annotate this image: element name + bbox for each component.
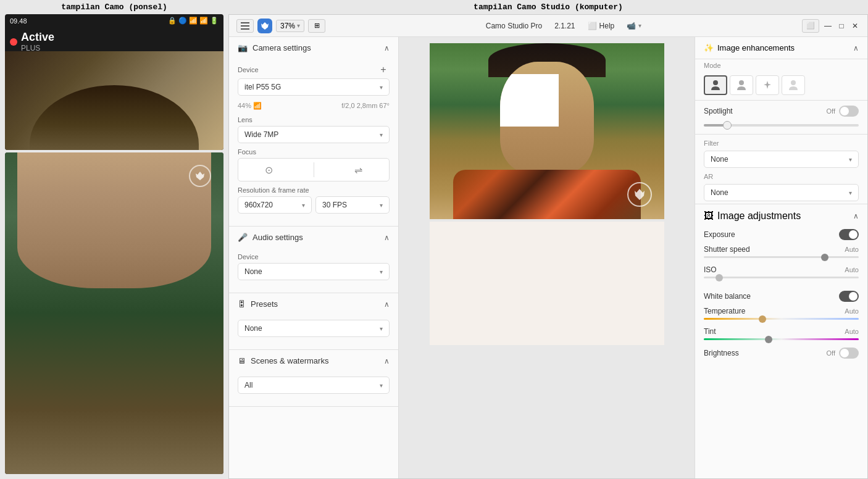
camera-placeholder — [430, 222, 664, 345]
shutter-speed-label: Shutter speed — [704, 245, 750, 254]
enhancements-label: Image enhancements — [717, 43, 795, 52]
scenes-header[interactable]: 🖥 Scenes & watermarks ∧ — [229, 350, 398, 372]
resolution-dropdown[interactable]: 960x720 ▾ — [238, 196, 312, 214]
presets-section: 🎛 Presets ∧ None ▾ — [229, 293, 398, 350]
audio-settings-header-left: 🎤 Audio settings — [238, 233, 303, 242]
mode-other-btn[interactable] — [782, 75, 805, 95]
svg-point-4 — [739, 80, 744, 85]
temperature-slider-thumb[interactable] — [759, 315, 766, 323]
fps-chevron: ▾ — [380, 202, 383, 209]
audio-icon: 🎤 — [238, 233, 248, 242]
phone-bottom-content — [5, 152, 223, 474]
right-panel: ✨ Image enhancements ∧ Mode — [695, 37, 867, 478]
device-name: itel P55 5G — [244, 83, 281, 91]
iso-label: ISO — [704, 265, 717, 274]
audio-device-dropdown[interactable]: None ▾ — [238, 263, 390, 280]
help-menu[interactable]: ⬜ Help — [588, 22, 615, 30]
enhancements-header[interactable]: ✨ Image enhancements ∧ — [695, 37, 867, 59]
mode-portrait-btn[interactable] — [704, 75, 727, 95]
minimize-btn[interactable]: — — [823, 21, 833, 31]
add-device-btn[interactable]: + — [377, 64, 390, 76]
camo-app-icon — [257, 19, 272, 33]
brightness-toggle[interactable] — [839, 348, 859, 359]
audio-settings-chevron: ∧ — [384, 233, 390, 242]
brightness-row: Brightness Off — [695, 344, 867, 360]
white-balance-label: White balance — [704, 292, 751, 301]
exposure-toggle[interactable] — [839, 229, 859, 240]
active-text: Active — [21, 31, 54, 44]
svg-rect-2 — [241, 28, 249, 30]
temperature-slider-row — [695, 317, 867, 323]
device-label-text: Device — [238, 66, 259, 73]
device-camera-spec: f/2,0 2,8mm 67° — [341, 102, 390, 110]
app-version: 2.1.21 — [554, 22, 575, 30]
presets-content: None ▾ — [229, 315, 398, 349]
audio-settings-label: Audio settings — [252, 233, 303, 242]
presets-dropdown[interactable]: None ▾ — [238, 320, 390, 337]
adjustments-label: Image adjustments — [717, 210, 801, 222]
ar-dropdown[interactable]: None ▾ — [704, 184, 859, 201]
shutter-slider-track — [704, 256, 859, 258]
shutter-slider-thumb[interactable] — [821, 254, 828, 261]
help-label: Help — [599, 22, 615, 30]
spotlight-control: Off — [827, 106, 859, 117]
phone-time: 09.48 — [10, 17, 27, 25]
shutter-speed-row: Shutter speed Auto — [695, 241, 867, 255]
sidebar-right-btn[interactable]: ⬜ — [802, 19, 819, 33]
camera-settings-content: Device + itel P55 5G ▾ 44% 📶 f/2,0 2,8mm… — [229, 59, 398, 226]
brightness-control: Off — [827, 348, 859, 359]
title-bar-left: 37% ▾ ⊞ — [236, 19, 325, 33]
ar-chevron: ▾ — [849, 190, 852, 196]
camera-view — [399, 37, 695, 478]
fps-dropdown[interactable]: 30 FPS ▾ — [315, 196, 390, 214]
phone-status-bar: 09.48 🔒 🔵 📶 📶 🔋 — [5, 14, 223, 27]
focus-manual-btn[interactable]: ⇌ — [349, 162, 368, 177]
zoom-chevron: ▾ — [297, 22, 300, 29]
spotlight-slider-thumb[interactable] — [723, 121, 732, 130]
svg-point-3 — [713, 80, 718, 85]
camo-logo-phone — [189, 165, 211, 187]
spotlight-toggle[interactable] — [839, 106, 859, 117]
device-dropdown[interactable]: itel P55 5G ▾ — [238, 78, 390, 96]
video-menu[interactable]: 📹 ▾ — [627, 22, 641, 30]
maximize-btn[interactable]: □ — [837, 21, 846, 31]
tint-slider-thumb[interactable] — [765, 336, 772, 343]
close-btn[interactable]: ✕ — [850, 21, 860, 31]
face-bottom-area — [17, 152, 211, 288]
mode-portrait2-btn[interactable] — [730, 75, 753, 95]
iso-slider-thumb[interactable] — [716, 274, 723, 281]
temperature-label: Temperature — [704, 307, 745, 315]
adjustments-header-left: 🖼 Image adjustments — [704, 210, 801, 222]
tint-label: Tint — [704, 327, 716, 336]
layout-btn[interactable]: ⊞ — [308, 19, 325, 33]
scenes-dropdown[interactable]: All ▾ — [238, 377, 390, 394]
device-info: 44% 📶 f/2,0 2,8mm 67° — [238, 101, 390, 111]
adjustments-header[interactable]: 🖼 Image adjustments ∧ — [695, 204, 867, 225]
face-top-area — [30, 85, 199, 150]
lens-dropdown[interactable]: Wide 7MP ▾ — [238, 126, 390, 143]
title-bar-right: ⬜ — □ ✕ — [802, 19, 860, 33]
audio-device-label-text: Device — [238, 253, 259, 260]
tint-slider-row — [695, 337, 867, 344]
camera-settings-section: 📷 Camera settings ∧ Device + itel P55 5G… — [229, 37, 398, 227]
filter-dropdown[interactable]: None ▾ — [704, 151, 859, 168]
resolution-value: 960x720 — [244, 201, 273, 209]
presets-header[interactable]: 🎛 Presets ∧ — [229, 293, 398, 315]
exposure-row: Exposure — [695, 225, 867, 241]
spotlight-value: Off — [827, 107, 835, 115]
resolution-chevron: ▾ — [302, 202, 305, 209]
mode-magic-btn[interactable] — [756, 75, 779, 95]
focus-auto-btn[interactable]: ⊙ — [260, 162, 278, 177]
scenes-label: Scenes & watermarks — [251, 356, 328, 365]
camera-preview — [430, 43, 664, 219]
brightness-value: Off — [827, 349, 835, 357]
scenes-icon: 🖥 — [238, 356, 246, 365]
resolution-field-label: Resolution & frame rate — [238, 186, 390, 194]
camera-settings-header[interactable]: 📷 Camera settings ∧ — [229, 37, 398, 59]
sidebar-toggle-btn[interactable] — [236, 19, 254, 33]
device-field-label: Device + — [238, 64, 390, 76]
zoom-dropdown[interactable]: 37% ▾ — [276, 20, 304, 32]
audio-settings-header[interactable]: 🎤 Audio settings ∧ — [229, 227, 398, 248]
temperature-slider-track — [704, 318, 859, 320]
white-balance-toggle[interactable] — [839, 291, 859, 302]
